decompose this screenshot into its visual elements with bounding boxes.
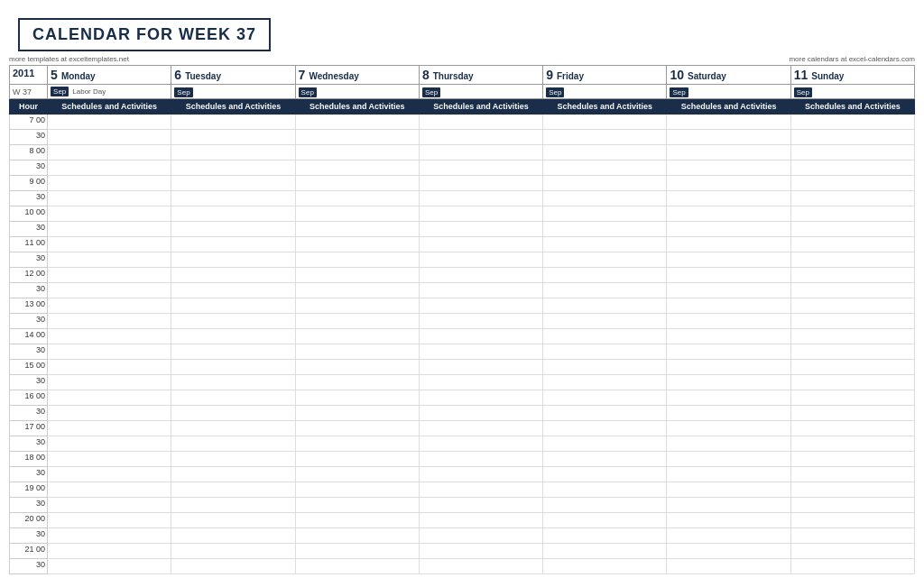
activity-cell[interactable] bbox=[295, 390, 419, 406]
activity-cell[interactable] bbox=[48, 482, 171, 498]
activity-cell[interactable] bbox=[295, 452, 419, 467]
activity-cell[interactable] bbox=[48, 298, 171, 314]
activity-cell[interactable] bbox=[171, 406, 295, 421]
activity-cell[interactable] bbox=[295, 528, 419, 544]
activity-cell[interactable] bbox=[295, 176, 419, 191]
activity-cell[interactable] bbox=[543, 406, 667, 421]
activity-cell[interactable] bbox=[667, 314, 790, 329]
activity-cell[interactable] bbox=[790, 544, 914, 559]
activity-cell[interactable] bbox=[790, 467, 914, 482]
activity-cell[interactable] bbox=[543, 528, 667, 544]
activity-cell[interactable] bbox=[171, 329, 295, 344]
activity-cell[interactable] bbox=[295, 467, 419, 482]
activity-cell[interactable] bbox=[543, 115, 667, 130]
activity-cell[interactable] bbox=[543, 283, 667, 298]
activity-cell[interactable] bbox=[790, 191, 914, 206]
activity-cell[interactable] bbox=[48, 206, 171, 222]
activity-cell[interactable] bbox=[667, 344, 790, 360]
activity-cell[interactable] bbox=[48, 130, 171, 145]
activity-cell[interactable] bbox=[543, 452, 667, 467]
activity-cell[interactable] bbox=[419, 421, 542, 436]
activity-cell[interactable] bbox=[543, 252, 667, 268]
activity-cell[interactable] bbox=[295, 191, 419, 206]
activity-cell[interactable] bbox=[419, 145, 542, 161]
activity-cell[interactable] bbox=[419, 268, 542, 283]
activity-cell[interactable] bbox=[295, 252, 419, 268]
activity-cell[interactable] bbox=[171, 268, 295, 283]
activity-cell[interactable] bbox=[667, 406, 790, 421]
activity-cell[interactable] bbox=[667, 544, 790, 559]
activity-cell[interactable] bbox=[543, 421, 667, 436]
activity-cell[interactable] bbox=[667, 390, 790, 406]
activity-cell[interactable] bbox=[419, 360, 542, 375]
activity-cell[interactable] bbox=[295, 222, 419, 237]
activity-cell[interactable] bbox=[171, 467, 295, 482]
activity-cell[interactable] bbox=[543, 436, 667, 452]
activity-cell[interactable] bbox=[419, 130, 542, 145]
activity-cell[interactable] bbox=[171, 421, 295, 436]
activity-cell[interactable] bbox=[790, 298, 914, 314]
activity-cell[interactable] bbox=[667, 436, 790, 452]
activity-cell[interactable] bbox=[171, 344, 295, 360]
activity-cell[interactable] bbox=[790, 390, 914, 406]
activity-cell[interactable] bbox=[48, 436, 171, 452]
activity-cell[interactable] bbox=[48, 191, 171, 206]
activity-cell[interactable] bbox=[790, 268, 914, 283]
activity-cell[interactable] bbox=[790, 130, 914, 145]
activity-cell[interactable] bbox=[790, 161, 914, 176]
activity-cell[interactable] bbox=[790, 375, 914, 390]
activity-cell[interactable] bbox=[543, 176, 667, 191]
activity-cell[interactable] bbox=[171, 115, 295, 130]
activity-cell[interactable] bbox=[295, 161, 419, 176]
activity-cell[interactable] bbox=[543, 298, 667, 314]
activity-cell[interactable] bbox=[48, 237, 171, 252]
activity-cell[interactable] bbox=[790, 283, 914, 298]
activity-cell[interactable] bbox=[667, 498, 790, 513]
activity-cell[interactable] bbox=[171, 237, 295, 252]
activity-cell[interactable] bbox=[543, 145, 667, 161]
activity-cell[interactable] bbox=[790, 482, 914, 498]
activity-cell[interactable] bbox=[667, 467, 790, 482]
activity-cell[interactable] bbox=[419, 283, 542, 298]
activity-cell[interactable] bbox=[543, 130, 667, 145]
activity-cell[interactable] bbox=[667, 115, 790, 130]
activity-cell[interactable] bbox=[48, 375, 171, 390]
activity-cell[interactable] bbox=[419, 467, 542, 482]
activity-cell[interactable] bbox=[295, 298, 419, 314]
activity-cell[interactable] bbox=[543, 482, 667, 498]
activity-cell[interactable] bbox=[543, 222, 667, 237]
activity-cell[interactable] bbox=[419, 436, 542, 452]
activity-cell[interactable] bbox=[790, 513, 914, 528]
activity-cell[interactable] bbox=[48, 222, 171, 237]
activity-cell[interactable] bbox=[419, 452, 542, 467]
activity-cell[interactable] bbox=[48, 390, 171, 406]
activity-cell[interactable] bbox=[171, 360, 295, 375]
activity-cell[interactable] bbox=[419, 176, 542, 191]
activity-cell[interactable] bbox=[790, 145, 914, 161]
activity-cell[interactable] bbox=[790, 176, 914, 191]
activity-cell[interactable] bbox=[543, 360, 667, 375]
activity-cell[interactable] bbox=[790, 314, 914, 329]
activity-cell[interactable] bbox=[790, 344, 914, 360]
activity-cell[interactable] bbox=[790, 559, 914, 574]
activity-cell[interactable] bbox=[171, 498, 295, 513]
activity-cell[interactable] bbox=[171, 298, 295, 314]
activity-cell[interactable] bbox=[171, 559, 295, 574]
activity-cell[interactable] bbox=[48, 314, 171, 329]
activity-cell[interactable] bbox=[667, 375, 790, 390]
activity-cell[interactable] bbox=[419, 222, 542, 237]
activity-cell[interactable] bbox=[543, 314, 667, 329]
activity-cell[interactable] bbox=[543, 544, 667, 559]
activity-cell[interactable] bbox=[543, 329, 667, 344]
activity-cell[interactable] bbox=[295, 237, 419, 252]
activity-cell[interactable] bbox=[171, 544, 295, 559]
activity-cell[interactable] bbox=[419, 528, 542, 544]
activity-cell[interactable] bbox=[419, 329, 542, 344]
activity-cell[interactable] bbox=[667, 222, 790, 237]
activity-cell[interactable] bbox=[171, 176, 295, 191]
activity-cell[interactable] bbox=[171, 482, 295, 498]
activity-cell[interactable] bbox=[171, 130, 295, 145]
activity-cell[interactable] bbox=[295, 436, 419, 452]
activity-cell[interactable] bbox=[48, 513, 171, 528]
activity-cell[interactable] bbox=[667, 283, 790, 298]
